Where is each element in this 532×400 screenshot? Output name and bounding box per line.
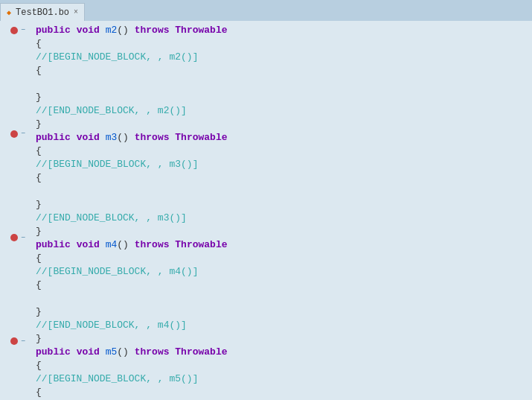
keyword-throws: throws [135, 238, 170, 252]
code-line-m3-sig: public void m3 () throws Throwable [30, 131, 532, 145]
method-name-m5: m5 [106, 346, 118, 359]
code-line-empty [30, 185, 532, 198]
gutter-row [0, 166, 30, 179]
gutter-row [0, 141, 30, 153]
tab-label: TestBO1.bo [16, 7, 69, 18]
code-line-m5-sig: public void m5 () throws Throwable [30, 346, 532, 359]
method-name-m3: m3 [106, 131, 118, 145]
gutter-row [0, 348, 30, 361]
breakpoint-dot[interactable] [10, 337, 18, 345]
gutter: − − − [0, 21, 30, 400]
code-line: } [30, 225, 532, 238]
code-line: } [30, 118, 532, 131]
gutter-row [0, 322, 30, 334]
main-window: ◆ TestBO1.bo × − − [0, 0, 532, 400]
collapse-button[interactable]: − [19, 337, 27, 346]
code-line-empty [30, 77, 532, 91]
gutter-row [0, 101, 30, 114]
collapse-button[interactable]: − [19, 234, 27, 242]
code-line: } [30, 332, 532, 346]
file-icon: ◆ [7, 8, 11, 17]
code-line: { [30, 171, 532, 185]
keyword-public: public [36, 131, 71, 145]
gutter-row [0, 180, 30, 192]
breakpoint-dot[interactable] [10, 27, 18, 34]
gutter-row [0, 244, 30, 257]
code-line: { [30, 37, 532, 51]
file-tab[interactable]: ◆ TestBO1.bo × [0, 3, 85, 21]
gutter-row [0, 63, 30, 75]
keyword-throwable: Throwable [175, 346, 227, 359]
breakpoint-dot[interactable] [10, 234, 18, 241]
keyword-throwable: Throwable [175, 131, 227, 145]
keyword-void: void [77, 24, 100, 37]
gutter-row [0, 387, 30, 399]
keyword-throws: throws [135, 346, 170, 359]
gutter-row [0, 309, 30, 322]
code-line: //[END_NODE_BLOCK, , m4()] [30, 319, 532, 332]
gutter-row [0, 206, 30, 218]
keyword-public: public [36, 24, 71, 37]
keyword-void: void [77, 131, 100, 145]
code-line: //[BEGIN_NODE_BLOCK, , m4()] [30, 265, 532, 279]
code-line: //[END_NODE_BLOCK, , m3()] [30, 212, 532, 225]
code-line: //[BEGIN_NODE_BLOCK, , m2()] [30, 51, 532, 64]
code-editor[interactable]: public void m2 () throws Throwable { //[… [30, 21, 532, 400]
gutter-row [0, 283, 30, 296]
keyword-throws: throws [135, 131, 170, 145]
code-line-empty [30, 292, 532, 305]
tab-bar: ◆ TestBO1.bo × [0, 0, 532, 21]
code-line-m4-sig: public void m4 () throws Throwable [30, 238, 532, 252]
method-name-m4: m4 [106, 238, 118, 252]
code-line: } [30, 305, 532, 319]
breakpoint-dot[interactable] [10, 130, 18, 138]
code-line: } [30, 91, 532, 104]
gutter-row: − [0, 232, 30, 244]
gutter-row: − [0, 335, 30, 348]
code-line: //[BEGIN_NODE_BLOCK, , m3()] [30, 158, 532, 171]
editor-area: − − − [0, 21, 532, 400]
gutter-row [0, 257, 30, 270]
code-line: } [30, 198, 532, 212]
code-line: { [30, 64, 532, 77]
gutter-row: − [0, 127, 30, 140]
gutter-row [0, 361, 30, 374]
gutter-row [0, 296, 30, 309]
gutter-row [0, 192, 30, 205]
code-line: { [30, 359, 532, 372]
keyword-public: public [36, 346, 71, 359]
gutter-row [0, 36, 30, 49]
gutter-row: − [0, 24, 30, 36]
keyword-throwable: Throwable [175, 238, 227, 252]
code-line: //[END_NODE_BLOCK, , m2()] [30, 104, 532, 118]
keyword-public: public [36, 238, 71, 252]
keyword-void: void [77, 346, 100, 359]
tab-close-button[interactable]: × [74, 8, 78, 16]
collapse-button[interactable]: − [19, 130, 27, 138]
code-line: //[BEGIN_NODE_BLOCK, , m5()] [30, 372, 532, 386]
gutter-row [0, 89, 30, 101]
keyword-throwable: Throwable [175, 24, 227, 37]
gutter-row [0, 50, 30, 63]
keyword-throws: throws [135, 24, 170, 37]
code-line-m2-sig: public void m2 () throws Throwable [30, 24, 532, 37]
method-name-m2: m2 [106, 24, 118, 37]
gutter-row [0, 270, 30, 283]
gutter-row [0, 76, 30, 89]
keyword-void: void [77, 238, 100, 252]
gutter-row [0, 153, 30, 166]
code-line: { [30, 252, 532, 265]
code-line: { [30, 279, 532, 292]
gutter-row [0, 115, 30, 127]
code-line: { [30, 145, 532, 158]
gutter-row [0, 218, 30, 231]
code-line: { [30, 386, 532, 399]
gutter-row [0, 374, 30, 387]
collapse-button[interactable]: − [19, 26, 27, 34]
